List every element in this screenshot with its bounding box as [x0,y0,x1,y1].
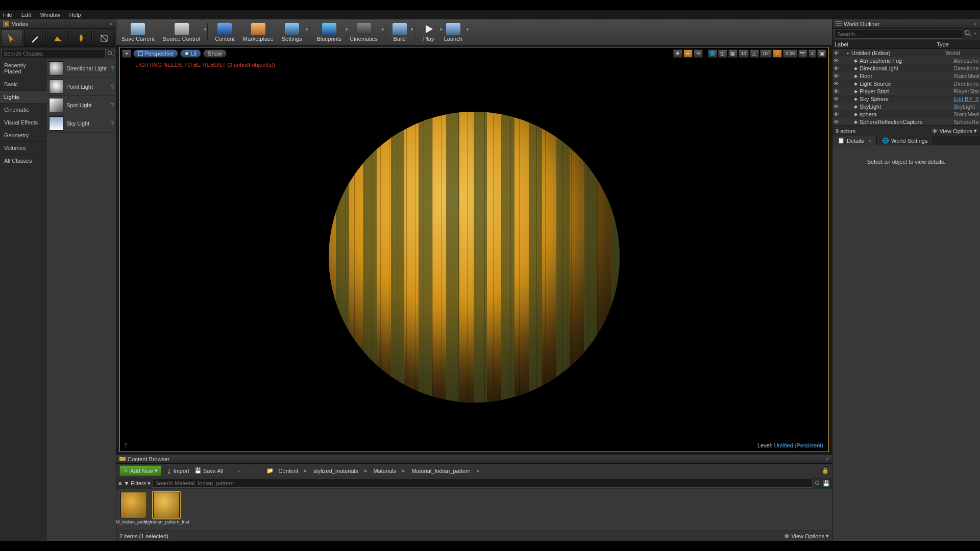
add-filter-icon[interactable]: ＋ [972,30,978,39]
menu-help[interactable]: Help [69,12,81,18]
launch-button[interactable]: Launch▾ [442,22,464,43]
perspective-button[interactable]: Perspective [133,49,178,58]
cat-basic[interactable]: Basic [0,78,47,91]
outliner-row[interactable]: 👁◆SphereReflectionCaptureSphereReflectio… [832,118,980,126]
chevron-down-icon[interactable]: ▾ [382,27,384,32]
asset-m-indian-pattern-inst[interactable]: M_Indian_pattern_Inst [152,492,181,524]
chevron-down-icon[interactable]: ▾ [467,27,469,32]
play-button[interactable]: Play▾ [420,22,438,43]
light-point[interactable]: Point Light? [47,78,116,96]
cat-volumes[interactable]: Volumes [0,142,47,155]
outliner-row[interactable]: 👁◆spheraStaticMeshActor [832,110,980,118]
grid-snap-value[interactable]: 10 [739,49,749,58]
build-button[interactable]: Build▾ [390,22,409,43]
mode-paint-icon[interactable] [24,30,46,47]
nav-fwd-icon[interactable]: → [248,468,253,474]
visibility-icon[interactable]: 👁 [834,81,840,87]
visibility-icon[interactable]: 👁 [834,88,840,94]
save-current-button[interactable]: Save Current [119,22,157,43]
scale-snap-value[interactable]: 0.25 [783,49,797,58]
outliner-row[interactable]: 👁◆Light SourceDirectionalLight [832,80,980,87]
source-control-button[interactable]: Source Control▾ [161,22,202,43]
row-type[interactable]: Edit BP_Sky_Sphere [953,96,979,102]
search-icon[interactable] [964,30,971,39]
light-sky[interactable]: Sky Light? [47,114,116,133]
search-icon[interactable] [106,49,115,58]
content-search-input[interactable] [153,479,813,488]
viewport-help-icon[interactable]: ? [124,442,127,448]
tab-close-icon[interactable]: × [974,21,977,27]
help-icon[interactable]: ? [111,84,114,90]
outliner-search-input[interactable] [835,30,963,39]
outliner-header[interactable]: Label Type [832,40,980,49]
col-type[interactable]: Type [937,41,978,47]
visibility-icon[interactable]: 👁 [834,96,840,102]
marketplace-button[interactable]: Marketplace [241,22,276,43]
col-label[interactable]: Label [835,41,937,47]
lock-icon[interactable]: 🔒 [822,467,829,474]
cat-geometry[interactable]: Geometry [0,129,47,142]
view-options-button[interactable]: 👁View Options▾ [784,533,829,539]
show-button[interactable]: Show [203,49,227,58]
modes-tab-close[interactable]: × [110,21,113,27]
visibility-icon[interactable]: 👁 [834,111,840,117]
outliner-tab[interactable]: World Outliner × [832,19,980,29]
light-spot[interactable]: Spot Light? [47,96,116,114]
folder-icon[interactable]: 📁 [266,467,274,474]
menu-window[interactable]: Window [40,12,60,18]
save-all-button[interactable]: 💾Save All [194,467,224,474]
chevron-down-icon[interactable]: ▾ [306,27,308,32]
level-name[interactable]: Untitled (Persistent) [774,442,823,448]
chevron-down-icon[interactable]: ▾ [204,27,206,32]
mode-landscape-icon[interactable] [47,30,69,47]
save-collection-icon[interactable]: 💾 [823,480,830,487]
menu-file[interactable]: File [3,12,12,18]
outliner-row[interactable]: 👁◆SkyLightSkyLight [832,103,980,110]
search-icon[interactable] [815,480,821,486]
cat-recently-placed[interactable]: Recently Placed [0,59,47,78]
tab-world-settings[interactable]: 🌐World Settings [877,136,933,145]
scale-snap-icon[interactable]: ⤢ [773,49,782,58]
visibility-icon[interactable]: 👁 [834,104,840,110]
modes-search-input[interactable] [1,49,106,58]
viewport-menu-button[interactable]: ▾ [122,49,131,58]
transform-move-icon[interactable]: ⬌ [683,49,693,58]
angle-snap-value[interactable]: 10° [760,49,772,58]
sources-toggle-icon[interactable]: ≡ [118,480,121,486]
content-button[interactable]: Content [213,22,237,43]
outliner-row[interactable]: 👁◆FloorStaticMeshActor [832,72,980,80]
help-icon[interactable]: ? [111,65,114,71]
outliner-row[interactable]: 👁◆Player StartPlayerStart [832,87,980,95]
settings-button[interactable]: Settings▾ [280,22,304,43]
help-icon[interactable]: ? [111,102,114,108]
crumb-content[interactable]: Content [279,468,299,474]
import-button[interactable]: ⭳Import [166,468,189,474]
crumb-stylized[interactable]: stylized_materials [313,468,358,474]
content-browser-tab[interactable]: Content Browser × [116,455,832,464]
coord-space-icon[interactable]: 🌐 [708,49,717,58]
filters-button[interactable]: ▼Filters▾ [124,480,151,487]
mode-geometry-icon[interactable] [93,30,115,47]
light-directional[interactable]: Directional Light? [47,59,116,78]
tab-close-icon[interactable]: × [868,138,871,144]
maximize-viewport-icon[interactable]: ▣ [817,49,826,58]
outliner-row[interactable]: 👁◆DirectionalLightDirectionalLight [832,64,980,72]
outliner-row[interactable]: 👁◆Sky SphereEdit BP_Sky_Sphere [832,95,980,103]
visibility-icon[interactable]: 👁 [834,119,840,125]
nav-back-icon[interactable]: ← [237,468,242,474]
visibility-icon[interactable]: 👁 [834,73,840,79]
add-new-button[interactable]: ＋Add New▾ [119,465,161,476]
surface-snap-icon[interactable]: ◫ [718,49,727,58]
visibility-icon[interactable]: 👁 [834,65,840,71]
crumb-indian-pattern[interactable]: Material_Indian_pattern [411,468,471,474]
cat-lights[interactable]: Lights [0,91,47,104]
crumb-materials[interactable]: Materials [374,468,397,474]
modes-tab[interactable]: Modes × [0,19,116,29]
angle-snap-icon[interactable]: △ [750,49,759,58]
outliner-row[interactable]: 👁▸Untitled (Editor)World [832,49,980,57]
mode-place-icon[interactable] [1,30,23,47]
camera-speed-icon[interactable]: 📷 [798,49,807,58]
tab-close-icon[interactable]: × [826,456,829,462]
visibility-icon[interactable]: 👁 [834,50,840,56]
tab-details[interactable]: 📋Details× [832,136,877,145]
